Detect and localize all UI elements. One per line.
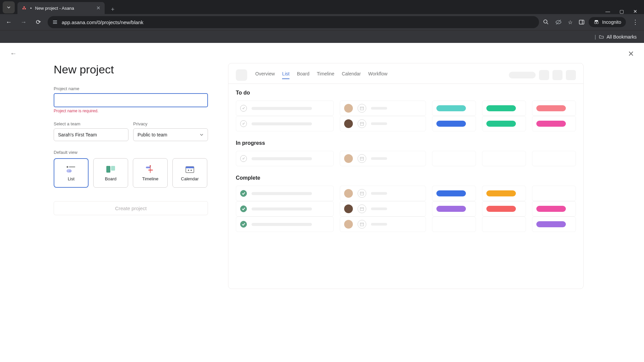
page-close-button[interactable]: ✕ (628, 50, 634, 58)
tab-search-button[interactable] (3, 1, 15, 13)
reload-button[interactable]: ⟳ (33, 17, 44, 27)
preview-placeholder (509, 72, 536, 78)
page-back-button[interactable]: ← (10, 50, 17, 57)
svg-rect-17 (69, 171, 71, 171)
search-icon[interactable] (543, 19, 549, 25)
svg-rect-32 (360, 157, 364, 160)
tab-strip: • New project - Asana ✕ + — ▢ ✕ (0, 0, 644, 14)
task-row (236, 101, 576, 116)
avatar (344, 189, 353, 198)
task-check-icon (240, 190, 247, 197)
chevron-down-icon (200, 133, 204, 137)
side-panel-icon[interactable] (579, 19, 585, 25)
preview-section: In progress (236, 140, 576, 166)
task-check-icon (240, 105, 247, 112)
due-placeholder (371, 192, 387, 195)
svg-point-23 (150, 165, 151, 167)
close-window-button[interactable]: ✕ (633, 9, 637, 14)
svg-rect-5 (53, 23, 57, 24)
back-button[interactable]: ← (3, 17, 14, 27)
due-placeholder (371, 207, 387, 210)
preview-tab-workflow: Workflow (368, 71, 387, 79)
new-project-form: New project Project name Project name is… (54, 63, 208, 289)
site-settings-icon[interactable] (52, 19, 58, 25)
eye-off-icon[interactable] (555, 19, 562, 25)
task-check-icon (240, 205, 247, 212)
preview-project-icon (236, 69, 247, 81)
svg-rect-9 (579, 20, 584, 24)
svg-point-1 (22, 8, 24, 10)
browser-menu-button[interactable]: ⋮ (630, 17, 641, 27)
svg-rect-25 (186, 167, 194, 168)
bookmarks-bar: | All Bookmarks (0, 30, 644, 43)
preview-placeholder (539, 70, 549, 80)
create-project-button[interactable]: Create project (54, 201, 208, 215)
task-title-placeholder (252, 122, 312, 125)
svg-rect-21 (148, 169, 153, 171)
view-option-timeline[interactable]: Timeline (133, 158, 168, 188)
chevron-down-icon (7, 5, 11, 9)
address-bar[interactable]: app.asana.com/0/projects/new/blank (48, 16, 539, 28)
preview-tab-overview: Overview (255, 71, 275, 79)
project-name-label: Project name (54, 86, 208, 91)
browser-tab[interactable]: • New project - Asana ✕ (17, 2, 105, 14)
preview-placeholder (566, 70, 576, 80)
avatar (344, 154, 353, 163)
preview-section: Complete (236, 175, 576, 232)
new-tab-button[interactable]: + (108, 5, 117, 14)
maximize-button[interactable]: ▢ (620, 9, 624, 14)
preview-tab-calendar: Calendar (342, 71, 361, 79)
svg-rect-30 (360, 122, 364, 125)
due-placeholder (371, 223, 387, 226)
preview-section: To do (236, 90, 576, 131)
due-placeholder (371, 157, 387, 160)
page-title: New project (54, 63, 208, 76)
svg-rect-3 (53, 20, 57, 21)
close-tab-icon[interactable]: ✕ (96, 5, 101, 11)
default-view-label: Default view (54, 150, 208, 155)
svg-point-27 (191, 170, 192, 171)
view-option-list[interactable]: List (54, 158, 89, 188)
minimize-button[interactable]: — (605, 9, 610, 14)
task-row (236, 116, 576, 131)
url-text: app.asana.com/0/projects/new/blank (62, 19, 143, 25)
svg-rect-38 (360, 223, 364, 226)
project-name-input[interactable] (54, 93, 208, 107)
incognito-icon (593, 19, 599, 25)
task-row (236, 151, 576, 166)
page-body: ← ✕ New project Project name Project nam… (0, 43, 644, 362)
section-title: In progress (236, 140, 576, 146)
bookmark-star-icon[interactable]: ☆ (568, 19, 573, 25)
avatar (344, 204, 353, 213)
svg-point-0 (23, 6, 25, 8)
task-title-placeholder (252, 192, 312, 195)
task-title-placeholder (252, 107, 312, 110)
task-title-placeholder (252, 223, 312, 226)
svg-point-6 (544, 20, 547, 23)
view-option-board[interactable]: Board (93, 158, 128, 188)
team-label: Select a team (54, 121, 128, 126)
svg-rect-34 (360, 192, 364, 195)
view-option-calendar[interactable]: Calendar (172, 158, 207, 188)
svg-rect-14 (69, 167, 75, 167)
team-select[interactable]: Sarah's First Team (54, 128, 128, 141)
tab-title: New project - Asana (35, 6, 74, 11)
calendar-icon (358, 104, 366, 113)
calendar-icon (358, 154, 366, 163)
svg-line-7 (547, 23, 548, 24)
avatar (344, 119, 353, 128)
calendar-icon (358, 119, 366, 128)
incognito-badge[interactable]: Incognito (589, 17, 626, 27)
folder-icon (599, 34, 604, 40)
forward-button[interactable]: → (18, 17, 29, 27)
privacy-select[interactable]: Public to team (133, 128, 208, 141)
all-bookmarks-button[interactable]: All Bookmarks (607, 34, 637, 40)
section-title: Complete (236, 175, 576, 181)
task-title-placeholder (252, 157, 312, 160)
task-title-placeholder (252, 207, 312, 210)
preview-tab-board: Board (297, 71, 309, 79)
svg-rect-28 (360, 107, 364, 110)
preview-placeholder (552, 70, 562, 80)
calendar-icon (358, 189, 366, 198)
due-placeholder (371, 122, 387, 125)
